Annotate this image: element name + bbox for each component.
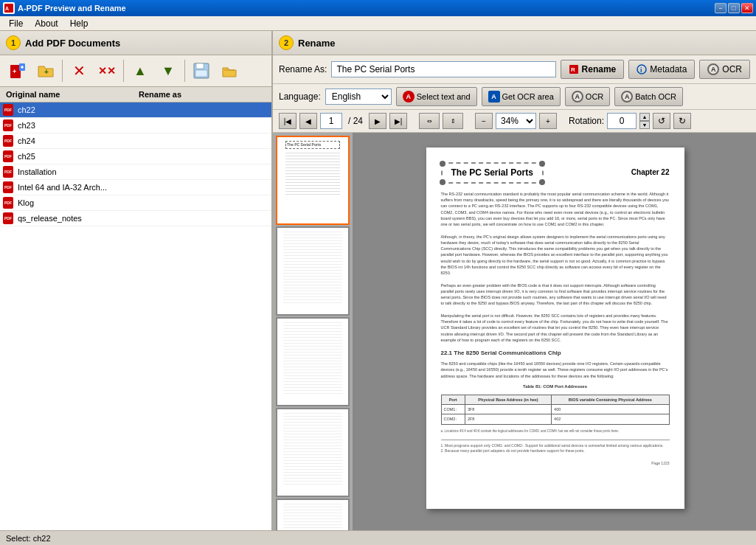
table-row: COM1: 3F8 400 [441, 405, 669, 414]
col-rename-as: Rename as [136, 88, 268, 100]
title-bar: A A-PDF Preview and Rename − □ ✕ [0, 0, 756, 16]
pdf-para-2: Although, in theory, the PC's original d… [441, 234, 670, 277]
maximize-button[interactable]: □ [728, 3, 740, 13]
right-panel: 2 Rename Rename As: R Rename i Metadata … [273, 31, 756, 530]
thumb-2[interactable]: 2 [276, 226, 350, 316]
get-ocr-icon: A [488, 91, 500, 103]
get-ocr-area-button[interactable]: A Get OCR area [482, 87, 561, 106]
remove-all-button[interactable]: ✕✕ [94, 58, 120, 83]
ocr-button[interactable]: A OCR [565, 87, 610, 106]
rotation-down[interactable]: ▼ [639, 121, 650, 129]
pdf-icon: PDF [3, 104, 15, 116]
thumb-page-1: The PC Serial Ports [283, 139, 342, 212]
title-bar-buttons: − □ ✕ [715, 3, 753, 13]
pdf-para-4: Manipulating the serial port is not diff… [441, 313, 670, 343]
rotation-input[interactable] [607, 113, 637, 129]
rotate-ccw-button[interactable]: ↺ [653, 113, 670, 129]
metadata-button[interactable]: i Metadata [628, 60, 695, 79]
first-page-button[interactable]: |◀ [279, 113, 296, 129]
batch-ocr-button[interactable]: A Batch OCR [614, 87, 683, 106]
table-header-addr: Physical Base Address (in hex) [465, 395, 551, 404]
left-toolbar: + + ✕ ✕✕ ▲ ▼ [0, 55, 271, 87]
thumb-3[interactable]: 3 [276, 317, 350, 406]
rename-as-input[interactable] [331, 61, 555, 77]
pdf-section-1-para: The 8250 and compatible chips (like the … [441, 361, 670, 379]
list-item[interactable]: PDF qs_release_notes [0, 211, 271, 226]
pdf-footnotes: 1. Most programs support only COM1: and … [441, 440, 670, 454]
move-down-button[interactable]: ▼ [155, 58, 181, 83]
remove-button[interactable]: ✕ [66, 58, 92, 83]
list-item[interactable]: PDF ch22 [0, 103, 271, 118]
pdf-page: The PC Serial Ports Chapter 22 The RS-23… [426, 147, 684, 509]
pdf-viewer[interactable]: The PC Serial Ports Chapter 22 The RS-23… [354, 133, 756, 530]
zoom-in-button[interactable]: + [539, 113, 557, 129]
pdf-icon: PDF [3, 166, 15, 178]
rename-as-label: Rename As: [279, 64, 327, 74]
add-folder-button[interactable]: + [32, 58, 59, 83]
col-original-name: Original name [3, 88, 136, 100]
last-page-button[interactable]: ▶| [389, 113, 407, 129]
pdf-title-area: The PC Serial Ports Chapter 22 [441, 162, 670, 184]
list-item[interactable]: PDF ch23 [0, 118, 271, 133]
pdf-icon: PDF [3, 119, 15, 131]
pdf-body: The RS-232 serial communication standard… [441, 191, 670, 434]
svg-text:+: + [13, 68, 16, 75]
rotation-spinners: ▲ ▼ [639, 113, 650, 129]
thumbnail-panel: The PC Serial Ports 1 2 [273, 133, 354, 530]
svg-text:i: i [640, 66, 642, 74]
add-file-button[interactable]: + [4, 58, 31, 83]
zoom-select[interactable]: 34% 50% 75% 100% [496, 113, 536, 129]
thumb-1[interactable]: The PC Serial Ports 1 [276, 136, 350, 225]
list-item[interactable]: PDF Installation [0, 164, 271, 180]
thumb-page-2 [283, 229, 342, 303]
rotate-cw-button[interactable]: ↻ [673, 113, 691, 129]
rename-button[interactable]: R Rename [561, 60, 625, 79]
close-button[interactable]: ✕ [741, 3, 753, 13]
right-panel-title: Rename [298, 38, 336, 49]
select-text-ocr-button[interactable]: A Select text and [396, 87, 477, 106]
next-page-button[interactable]: ▶ [369, 113, 386, 129]
thumb-page-4 [283, 411, 342, 485]
table-row: COM2: 2F8 402 [441, 414, 669, 424]
thumb-5[interactable]: 5 [276, 499, 350, 530]
open-button[interactable] [216, 58, 243, 83]
table-header-port: Port [441, 395, 465, 404]
move-up-button[interactable]: ▲ [127, 58, 153, 83]
pdf-icon: PDF [3, 150, 15, 162]
rename-header: 2 Rename [273, 31, 756, 55]
language-select[interactable]: English French German Spanish [325, 88, 392, 105]
page-number-input[interactable] [320, 113, 342, 129]
pdf-footnote-1: 1. Most programs support only COM1: and … [441, 443, 670, 448]
thumb-4[interactable]: 4 [276, 408, 350, 497]
pdf-table-caption: Table 81: COM Port Addresses [441, 383, 670, 390]
pdf-table-note: a. Locations 40:4 and 40:6 contain the l… [441, 429, 670, 434]
zoom-out-button[interactable]: − [475, 113, 493, 129]
left-panel-title: Add PDF Documents [25, 38, 120, 49]
pdf-icon: PDF [3, 135, 15, 147]
ocr-main-button[interactable]: A OCR [699, 60, 750, 79]
left-panel-header: 1 Add PDF Documents [0, 31, 271, 55]
prev-page-button[interactable]: ◀ [299, 113, 317, 129]
language-label: Language: [279, 91, 321, 102]
list-item[interactable]: PDF Intel 64 and IA-32 Arch... [0, 180, 271, 195]
save-button[interactable] [188, 58, 215, 83]
list-item[interactable]: PDF Klog [0, 195, 271, 211]
thumb-label-2: 2 [311, 305, 315, 313]
menu-bar: File About Help [0, 16, 756, 31]
svg-text:R: R [571, 66, 575, 73]
pdf-page-number: Page 1223 [441, 461, 670, 466]
ocr-icon: A [707, 63, 719, 75]
batch-ocr-icon: A [621, 91, 633, 103]
thumb-label-4: 4 [311, 486, 315, 494]
fit-page-button[interactable]: ⇕ [443, 113, 463, 129]
minimize-button[interactable]: − [715, 3, 726, 13]
fit-width-button[interactable]: ⇔ [419, 113, 440, 129]
list-item[interactable]: PDF ch25 [0, 149, 271, 164]
app-container: 1 Add PDF Documents + + ✕ ✕✕ ▲ ▼ [0, 31, 756, 545]
menu-help[interactable]: Help [64, 17, 94, 30]
menu-file[interactable]: File [3, 17, 29, 30]
menu-about[interactable]: About [29, 17, 63, 30]
pdf-table: Port Physical Base Address (in hex) BIOS… [441, 395, 670, 425]
list-item[interactable]: PDF ch24 [0, 133, 271, 149]
rotation-up[interactable]: ▲ [639, 113, 650, 121]
